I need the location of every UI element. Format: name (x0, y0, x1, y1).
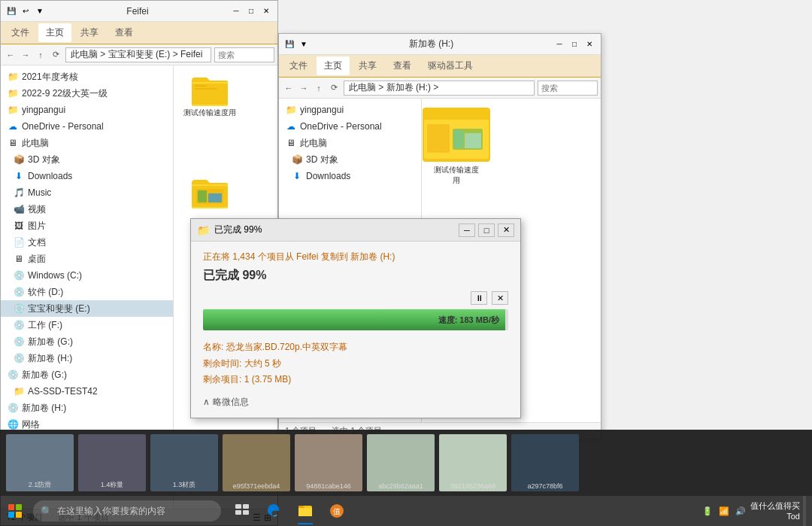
ribbon-tab-file[interactable]: 文件 (4, 23, 37, 42)
ribbon-tab-drive-tools[interactable]: 驱动器工具 (420, 56, 480, 75)
maximize-button[interactable]: □ (244, 5, 258, 17)
thumb-item-7[interactable]: 392105236a68 (439, 434, 507, 491)
thumb-label-6: abc29b62aaa1 (367, 482, 435, 490)
ribbon-tab-share[interactable]: 共享 (351, 56, 384, 75)
file-item-folder1[interactable]: 测试传输速度用 (180, 71, 240, 121)
sidebar-item-thispc[interactable]: 🖥 此电脑 (279, 135, 421, 151)
sidebar-item-drivd[interactable]: 💿 软件 (D:) (1, 284, 173, 300)
chevron-up-icon: ∧ (203, 397, 210, 407)
thumb-item-6[interactable]: abc29b62aaa1 (367, 434, 435, 491)
up-button[interactable]: ↑ (34, 48, 47, 62)
copy-dialog-minimize[interactable]: ─ (459, 223, 475, 237)
sidebar-item-thispc[interactable]: 🖥 此电脑 (1, 135, 173, 151)
ribbon-tab-home[interactable]: 主页 (317, 56, 350, 75)
sidebar-item-downloads[interactable]: ⬇ Downloads (279, 168, 421, 184)
sidebar-item-documents[interactable]: 📄 文档 (1, 234, 173, 251)
ribbon-tab-view[interactable]: 查看 (108, 23, 141, 42)
forward-button[interactable]: → (19, 48, 32, 62)
documents-icon: 📄 (13, 236, 25, 248)
sidebar-item-yingpangui[interactable]: 📁 yingpangui (279, 102, 421, 118)
thumb-item-5[interactable]: 94881cabe146 (295, 434, 362, 491)
sidebar-item-onedrive[interactable]: ☁ OneDrive - Personal (1, 118, 173, 135)
back-button[interactable]: ← (4, 48, 17, 62)
unknown-app[interactable]: 值 (322, 496, 352, 526)
thumb-item-1[interactable]: 2.1防滑 (6, 434, 74, 491)
second-file-grid: 测试传输速度用 (428, 105, 595, 189)
sidebar-item-drivf[interactable]: 💿 工作 (F:) (1, 317, 173, 333)
sidebar-item-desktop[interactable]: 🖥 桌面 (1, 251, 173, 267)
thumb-item-8[interactable]: a297c78bf6 (511, 434, 579, 491)
thumb-item-3[interactable]: 1.3材质 (150, 434, 218, 491)
network-icon: 🌐 (7, 418, 19, 430)
sidebar-item-drivc[interactable]: 💿 Windows (C:) (1, 267, 173, 284)
thumb-item-2[interactable]: 1.4称量 (78, 434, 146, 491)
refresh-button[interactable]: ⟳ (49, 48, 62, 62)
ribbon-tab-view[interactable]: 查看 (386, 56, 419, 75)
summary-toggle[interactable]: ∧ 略微信息 (203, 396, 508, 409)
tray-speaker-icon[interactable]: 🔊 (734, 504, 747, 518)
sidebar-item-2022[interactable]: 📁 2022-9 22级大英一级 (1, 85, 173, 102)
sidebar-item-drive-e[interactable]: 💿 宝宝和斐斐 (E:) (1, 300, 173, 317)
second-address-path[interactable]: 此电脑 > 新加卷 (H:) > (344, 81, 535, 96)
tray-battery-icon[interactable]: 🔋 (701, 504, 714, 518)
pause-button[interactable]: ⏸ (471, 291, 487, 305)
cancel-copy-button[interactable]: ✕ (492, 291, 508, 305)
sidebar-label: 图片 (28, 220, 46, 233)
file-item-folder2[interactable] (180, 174, 240, 213)
copy-dialog-maximize[interactable]: □ (478, 223, 495, 237)
sidebar-item-onedrive[interactable]: ☁ OneDrive - Personal (279, 118, 421, 135)
minimize-button[interactable]: ─ (553, 38, 566, 50)
second-search-input[interactable] (538, 81, 598, 96)
tray-time[interactable]: 值什么值得买 Tod (750, 500, 800, 522)
ribbon-tab-home[interactable]: 主页 (38, 23, 71, 42)
up-button[interactable]: ↑ (312, 81, 326, 95)
file-item-folder[interactable]: 测试传输速度用 (428, 105, 484, 189)
ribbon-tab-file[interactable]: 文件 (282, 56, 315, 75)
redo-icon[interactable]: ▼ (34, 5, 46, 17)
progress-controls: ⏸ ✕ (203, 291, 508, 305)
taskbar-search-box[interactable]: 🔍 在这里输入你要搜索的内容 (33, 500, 221, 521)
close-button[interactable]: ✕ (259, 5, 273, 17)
sidebar-item-downloads[interactable]: ⬇ Downloads (1, 168, 173, 184)
undo-icon[interactable]: ↩ (20, 5, 32, 17)
maximize-button[interactable]: □ (568, 38, 581, 50)
start-button[interactable] (0, 496, 30, 526)
sidebar-item-drivg[interactable]: 💿 新加卷 (G:) (1, 333, 173, 350)
sidebar-item-newvol-g[interactable]: 💿 新加卷 (G:) (1, 366, 173, 383)
address-path[interactable]: 此电脑 > 宝宝和斐斐 (E:) > Feifei (65, 47, 211, 62)
show-desktop-button[interactable] (803, 496, 806, 526)
sidebar-item-3dobjects[interactable]: 📦 3D 对象 (1, 151, 173, 168)
taskbar: 🔍 在这里输入你要搜索的内容 (0, 496, 812, 526)
sidebar-item-video[interactable]: 📹 视频 (1, 201, 173, 217)
sidebar-item-yingpangui[interactable]: 📁 yingpangui (1, 102, 173, 118)
sidebar-item-music[interactable]: 🎵 Music (1, 184, 173, 201)
drive-icon: 💿 (13, 303, 25, 315)
taskview-app[interactable] (227, 496, 257, 526)
explorer-app[interactable] (290, 496, 320, 526)
arrow-icon[interactable]: ▼ (298, 38, 310, 50)
taskbar-search-text: 在这里输入你要搜索的内容 (57, 505, 165, 518)
sidebar-item-pictures[interactable]: 🖼 图片 (1, 217, 173, 234)
sidebar-item-drivh[interactable]: 💿 新加卷 (H:) (1, 350, 173, 366)
tray-wifi-icon[interactable]: 📶 (717, 504, 731, 518)
sidebar-item-2021[interactable]: 📁 2021年度考核 (1, 68, 173, 85)
close-button[interactable]: ✕ (583, 38, 596, 50)
sidebar-label: 桌面 (28, 253, 46, 266)
sidebar-item-newvol-h[interactable]: 💿 新加卷 (H:) (1, 400, 173, 416)
refresh-button[interactable]: ⟳ (327, 81, 341, 95)
second-address-bar: ← → ↑ ⟳ 此电脑 > 新加卷 (H:) > (279, 78, 601, 99)
edge-app[interactable] (259, 496, 289, 526)
minimize-button[interactable]: ─ (229, 5, 243, 17)
ribbon-tab-share[interactable]: 共享 (73, 23, 106, 42)
search-input[interactable] (214, 47, 274, 62)
thumb-item-4[interactable]: e95f371eebda4 (223, 434, 290, 491)
copy-dialog-close[interactable]: ✕ (498, 223, 514, 237)
save-icon[interactable]: 💾 (5, 5, 17, 17)
filename-label: 名称: (203, 342, 226, 352)
sidebar-item-3dobjects[interactable]: 📦 3D 对象 (279, 151, 421, 168)
sidebar-item-asssd[interactable]: 📁 AS-SSD-TEST42 (1, 383, 173, 400)
save-icon[interactable]: 💾 (283, 38, 295, 50)
copy-status-text: 已完成 99% (203, 268, 508, 284)
back-button[interactable]: ← (282, 81, 295, 95)
forward-button[interactable]: → (297, 81, 311, 95)
